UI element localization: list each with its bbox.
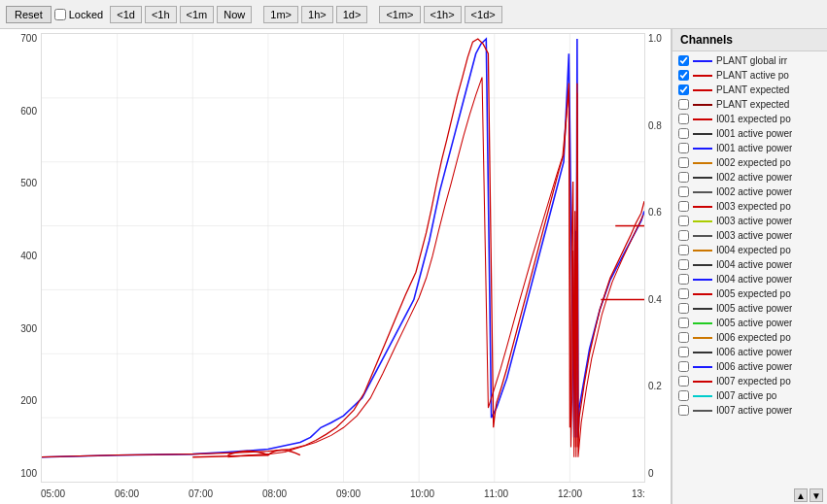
channel-item-plant-active-po[interactable]: PLANT active po [672,68,827,83]
channel-item-i003-active-power-2[interactable]: I003 active power [672,228,827,243]
channel-checkbox-i005-expected-po[interactable] [678,288,689,299]
x-axis-label: 12:00 [558,488,582,499]
channel-checkbox-i002-active-power-1[interactable] [678,172,689,183]
channel-checkbox-i003-active-power-1[interactable] [678,216,689,226]
channel-label-i003-active-power-1: I003 active power [716,216,792,226]
scroll-down-arrow[interactable]: ▼ [810,488,823,502]
channel-checkbox-i003-active-power-2[interactable] [678,230,689,241]
nav-btn-1m[interactable]: 1m> [263,6,298,23]
channel-color-i002-active-power-2 [693,191,712,193]
channel-color-plant-expected-2 [693,104,712,106]
channel-color-i007-active-po [693,395,712,397]
y-right-label: 1.0 [648,33,662,44]
channel-label-i003-active-power-2: I003 active power [716,230,792,241]
channel-item-plant-expected-1[interactable]: PLANT expected [672,83,827,97]
channel-checkbox-i001-active-power-1[interactable] [678,128,689,139]
channel-item-i004-expected-po[interactable]: I004 expected po [672,243,827,257]
nav-btn-1m[interactable]: <1m [180,6,215,23]
channel-checkbox-i003-expected-po[interactable] [678,201,689,212]
channel-checkbox-i005-active-power-1[interactable] [678,303,689,314]
reset-button[interactable]: Reset [6,6,52,23]
nav-btn-now[interactable]: Now [217,6,252,23]
nav-btn-1m[interactable]: <1m> [379,6,420,23]
y-right-label: 0.8 [648,120,662,131]
channel-label-i006-expected-po: I006 expected po [716,332,791,343]
channel-item-i004-active-power-2[interactable]: I004 active power [672,272,827,286]
channel-item-i007-active-po[interactable]: I007 active po [672,388,827,403]
channel-item-i006-expected-po[interactable]: I006 expected po [672,330,827,345]
channel-color-i003-active-power-2 [693,235,712,237]
channel-checkbox-i002-expected-po[interactable] [678,157,689,168]
channel-item-i007-expected-po[interactable]: I007 expected po [672,374,827,388]
channel-item-i005-active-power-2[interactable]: I005 active power [672,316,827,330]
nav-btn-1d[interactable]: <1d> [465,6,502,23]
channel-item-plant-global-irr[interactable]: PLANT global irr [672,53,827,68]
channel-checkbox-i002-active-power-2[interactable] [678,186,689,197]
channel-checkbox-i004-expected-po[interactable] [678,245,689,255]
nav-btn-1d[interactable]: <1d [110,6,142,23]
toolbar: Reset Locked <1d<1h<1mNow1m>1h>1d><1m><1… [0,0,827,29]
channel-checkbox-i005-active-power-2[interactable] [678,318,689,328]
locked-checkbox[interactable] [54,9,66,20]
plot-area[interactable] [41,33,645,483]
channel-label-i004-active-power-1: I004 active power [716,259,792,270]
channel-color-i002-expected-po [693,162,712,164]
nav-btn-1h[interactable]: <1h> [424,6,462,23]
nav-btn-1h[interactable]: 1h> [301,6,333,23]
channel-checkbox-i006-expected-po[interactable] [678,332,689,343]
channel-item-i002-active-power-2[interactable]: I002 active power [672,185,827,199]
channels-panel: Channels PLANT global irrPLANT active po… [672,29,827,504]
channel-checkbox-i001-active-power-2[interactable] [678,143,689,153]
channel-checkbox-i006-active-power-1[interactable] [678,347,689,357]
channel-item-i006-active-power-2[interactable]: I006 active power [672,359,827,374]
channel-item-i001-active-power-1[interactable]: I001 active power [672,126,827,141]
nav-btn-1d[interactable]: 1d> [336,6,368,23]
channels-list[interactable]: PLANT global irrPLANT active poPLANT exp… [672,51,827,487]
channel-checkbox-i007-expected-po[interactable] [678,376,689,386]
x-axis: 05:0006:0007:0008:0009:0010:0011:0012:00… [41,483,645,504]
channel-item-i005-active-power-1[interactable]: I005 active power [672,301,827,316]
y-axis-right: 1.00.80.60.40.20 [646,29,671,483]
channel-item-i005-expected-po[interactable]: I005 expected po [672,286,827,301]
channel-checkbox-plant-active-po[interactable] [678,70,689,81]
channel-checkbox-plant-global-irr[interactable] [678,55,689,66]
channel-label-i006-active-power-2: I006 active power [716,361,792,372]
channel-label-i007-active-power: I007 active power [716,405,792,416]
channel-item-i002-active-power-1[interactable]: I002 active power [672,170,827,185]
channel-checkbox-i004-active-power-2[interactable] [678,274,689,285]
locked-control: Locked [54,9,103,20]
channel-checkbox-i007-active-po[interactable] [678,390,689,401]
channel-checkbox-i007-active-power[interactable] [678,405,689,416]
channels-header: Channels [672,29,827,51]
channel-checkbox-i001-expected-po[interactable] [678,114,689,124]
channel-color-i004-active-power-1 [693,264,712,266]
nav-btn-1h[interactable]: <1h [145,6,177,23]
x-axis-label: 11:00 [484,488,508,499]
y-axis-left: 700600500400300200100 [0,29,39,483]
channel-item-plant-expected-2[interactable]: PLANT expected [672,97,827,112]
channel-checkbox-plant-expected-2[interactable] [678,99,689,110]
channel-checkbox-plant-expected-1[interactable] [678,84,689,95]
channel-item-i004-active-power-1[interactable]: I004 active power [672,257,827,272]
channel-item-i002-expected-po[interactable]: I002 expected po [672,155,827,170]
channel-label-i006-active-power-1: I006 active power [716,347,792,357]
channel-label-i005-active-power-2: I005 active power [716,318,792,328]
channel-item-i006-active-power-1[interactable]: I006 active power [672,345,827,359]
channel-item-i003-active-power-1[interactable]: I003 active power [672,214,827,228]
x-axis-label: 10:00 [410,488,434,499]
channel-item-i007-active-power[interactable]: I007 active power [672,403,827,418]
channel-label-i001-active-power-1: I001 active power [716,128,792,139]
channel-color-i003-active-power-1 [693,220,712,222]
channel-item-i001-active-power-2[interactable]: I001 active power [672,141,827,155]
channel-checkbox-i004-active-power-1[interactable] [678,259,689,270]
x-axis-label: 09:00 [336,488,361,499]
channels-bottom: ▲ ▼ [672,487,827,504]
channel-item-i001-expected-po[interactable]: I001 expected po [672,112,827,126]
channel-label-i002-active-power-2: I002 active power [716,186,792,197]
channel-label-plant-expected-1: PLANT expected [716,84,789,95]
locked-label: Locked [69,9,103,20]
channel-checkbox-i006-active-power-2[interactable] [678,361,689,372]
channel-item-i003-expected-po[interactable]: I003 expected po [672,199,827,214]
scroll-up-arrow[interactable]: ▲ [794,488,808,502]
y-left-label: 700 [20,33,37,44]
